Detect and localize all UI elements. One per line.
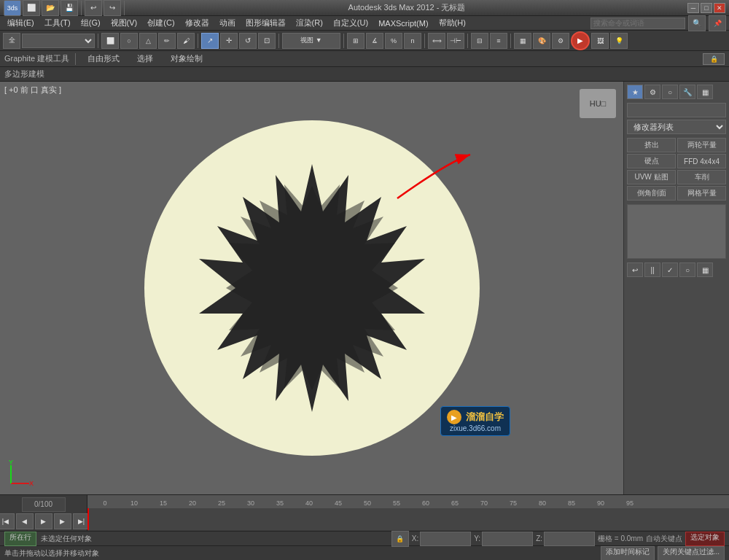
- ribbon-toggle[interactable]: ▦: [514, 33, 531, 49]
- rp-icon-tool[interactable]: 🔧: [679, 85, 695, 99]
- new-btn[interactable]: ⬜: [23, 0, 40, 16]
- graphite-lock[interactable]: 🔒: [703, 53, 725, 65]
- menu-view[interactable]: 视图(V): [106, 17, 142, 29]
- sep7: [424, 34, 425, 48]
- maximize-btn[interactable]: □: [701, 3, 712, 13]
- snap-toggle[interactable]: ⊞: [347, 33, 364, 49]
- btn-bevel-profile[interactable]: 倒角剖面: [627, 186, 676, 201]
- layer-manager[interactable]: ⊟: [471, 33, 488, 49]
- rp-icon-grid[interactable]: ▦: [697, 85, 713, 99]
- align-btn[interactable]: ⟺: [428, 33, 445, 49]
- angle-snap[interactable]: ∡: [366, 33, 383, 49]
- graphite-tab-freeform[interactable]: 自由形式: [82, 52, 125, 65]
- open-btn[interactable]: 📂: [42, 0, 59, 16]
- go-start-btn[interactable]: |◀: [0, 513, 15, 529]
- close-btn[interactable]: ✕: [714, 3, 725, 13]
- activeshade[interactable]: 💡: [610, 33, 628, 49]
- select-move-btn[interactable]: ✛: [220, 33, 238, 49]
- select-object-btn[interactable]: ↗: [201, 33, 219, 49]
- scene-explorer[interactable]: ≡: [490, 33, 507, 49]
- ref-coord-dropdown[interactable]: 视图 ▼: [282, 33, 340, 49]
- graphite-tab-paintobj[interactable]: 对象绘制: [165, 52, 208, 65]
- render-frame[interactable]: 🖼: [591, 33, 609, 49]
- graphite-label: Graphite 建模工具: [4, 53, 69, 64]
- viewport[interactable]: [ +0 前 口 真实 ] HU□ X Y: [0, 82, 623, 494]
- select-filter-btn[interactable]: 全: [3, 33, 20, 49]
- spinner-snap[interactable]: n: [404, 33, 421, 49]
- timeline-bar[interactable]: [87, 508, 729, 530]
- menu-modifiers[interactable]: 修改器: [181, 17, 214, 29]
- filter-keys-btn[interactable]: 关闭关键点过滤...: [658, 546, 725, 561]
- add-tag-btn[interactable]: 添加时间标记: [601, 546, 655, 561]
- toolbar-pin[interactable]: 📌: [709, 15, 726, 31]
- tick-35: 35: [265, 499, 295, 507]
- frame-counter[interactable]: 0/100: [22, 497, 66, 512]
- next-frame-btn[interactable]: ▶: [54, 513, 71, 529]
- rp-btn-pause[interactable]: ||: [644, 262, 660, 277]
- title-bar: 3ds ⬜ 📂 💾 ↩ ↪ Autodesk 3ds Max 2012 - 无标…: [0, 0, 729, 16]
- menu-tools[interactable]: 工具(T): [40, 17, 75, 29]
- tick-0: 0: [90, 499, 120, 507]
- menu-maxscript[interactable]: MAXScript(M): [374, 18, 432, 28]
- sep8: [467, 34, 468, 48]
- rp-btn-grid2[interactable]: ▦: [697, 262, 713, 277]
- window-controls[interactable]: ─ □ ✕: [687, 3, 725, 13]
- timeline-track[interactable]: 0 10 15 20 25 30 35 40 45 50 55 60 65 70…: [87, 495, 729, 531]
- modifier-dropdown[interactable]: 修改器列表: [627, 120, 726, 134]
- undo-btn[interactable]: ↩: [85, 0, 102, 16]
- menu-render[interactable]: 渲染(R): [292, 17, 327, 29]
- btn-ffd[interactable]: FFD 4x4x4: [677, 154, 726, 168]
- rect-select-btn[interactable]: ⬜: [101, 33, 119, 49]
- prev-frame-btn[interactable]: ◀: [16, 513, 34, 529]
- modifier-search[interactable]: [627, 103, 726, 117]
- autokey-btn[interactable]: 选定对象: [685, 532, 725, 546]
- rp-icon-star[interactable]: ★: [627, 85, 643, 99]
- render-btn[interactable]: ▶: [571, 31, 590, 50]
- sub-label: 多边形建模: [4, 69, 44, 79]
- play-btn[interactable]: ▶: [35, 513, 52, 529]
- lock-selection-btn[interactable]: 🔒: [391, 531, 409, 547]
- menu-help[interactable]: 帮助(H): [434, 17, 470, 29]
- rp-icon-gear[interactable]: ⚙: [644, 85, 660, 99]
- tick-60: 60: [411, 499, 440, 507]
- select-filter-dropdown[interactable]: [22, 34, 95, 48]
- x-field[interactable]: [420, 532, 471, 546]
- search-input[interactable]: [590, 18, 685, 29]
- menu-edit[interactable]: 编辑(E): [3, 17, 39, 29]
- rp-btn-check[interactable]: ✓: [662, 262, 678, 277]
- graphite-tab-select[interactable]: 选择: [131, 52, 159, 65]
- btn-meshsmooth[interactable]: 网格平量: [677, 186, 726, 201]
- btn-uvw[interactable]: UVW 贴图: [627, 170, 676, 184]
- z-field[interactable]: [544, 532, 595, 546]
- percent-snap[interactable]: %: [385, 33, 402, 49]
- render-setup[interactable]: ⚙: [552, 33, 569, 49]
- redo-btn[interactable]: ↪: [104, 0, 121, 16]
- lasso-select-btn[interactable]: ✏: [158, 33, 176, 49]
- mirror-btn[interactable]: ⊣⊢: [447, 33, 464, 49]
- fence-select-btn[interactable]: △: [139, 33, 157, 49]
- paint-select-btn[interactable]: 🖌: [177, 33, 195, 49]
- btn-lathe[interactable]: 车削: [677, 170, 726, 184]
- menu-graph-editor[interactable]: 图形编辑器: [241, 17, 290, 29]
- menu-group[interactable]: 组(G): [77, 17, 105, 29]
- y-field[interactable]: [482, 532, 533, 546]
- rp-icon-circle[interactable]: ○: [662, 85, 678, 99]
- save-btn[interactable]: 💾: [61, 0, 78, 16]
- minimize-btn[interactable]: ─: [687, 3, 699, 13]
- search-btn[interactable]: 🔍: [688, 15, 706, 31]
- rp-btn-back[interactable]: ↩: [627, 262, 643, 277]
- rp-btn-circle2[interactable]: ○: [679, 262, 695, 277]
- sub-bar: 多边形建模: [0, 67, 729, 82]
- btn-extrude[interactable]: 挤出: [627, 138, 676, 152]
- btn-vertex[interactable]: 硬点: [627, 154, 676, 168]
- menu-create[interactable]: 创建(C): [143, 17, 179, 29]
- select-scale-btn[interactable]: ⊡: [258, 33, 276, 49]
- mode-label-btn[interactable]: 所在行: [4, 532, 36, 546]
- menu-animation[interactable]: 动画: [215, 17, 240, 29]
- tick-55: 55: [382, 499, 411, 507]
- btn-turbosmooth[interactable]: 两轮平量: [677, 138, 726, 152]
- menu-customize[interactable]: 自定义(U): [329, 17, 373, 29]
- circle-select-btn[interactable]: ○: [120, 33, 138, 49]
- select-rotate-btn[interactable]: ↺: [239, 33, 257, 49]
- material-editor[interactable]: 🎨: [533, 33, 550, 49]
